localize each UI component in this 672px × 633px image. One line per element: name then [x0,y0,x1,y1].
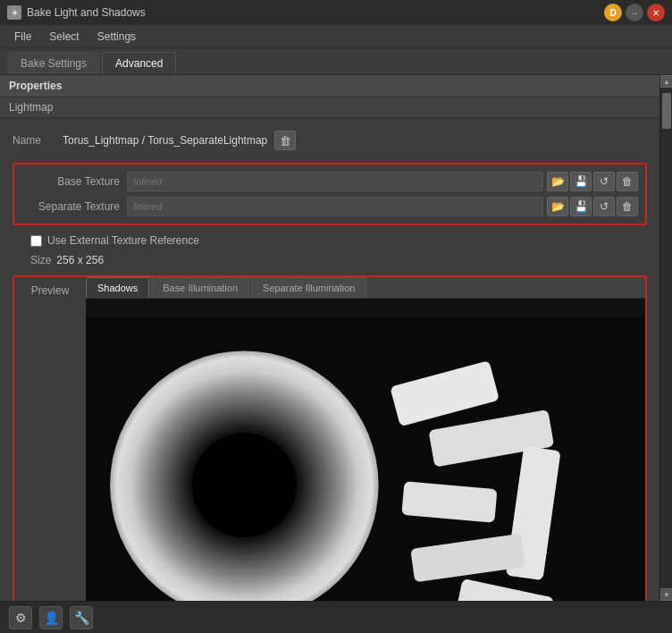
size-row: Size 256 x 256 [13,254,647,266]
status-tool-button[interactable]: 🔧 [70,606,93,629]
title-bar: ☀ Bake Light and Shadows D → ✕ [0,0,672,25]
separate-texture-row: Separate Texture 📂 💾 ↺ 🗑 [21,197,638,216]
d-button[interactable]: D [604,4,622,21]
base-texture-folder-button[interactable]: 📂 [547,172,568,191]
external-texture-label[interactable]: Use External Texture Reference [47,234,199,247]
main-content: Properties Lightmap Name Torus_Lightmap … [0,75,672,601]
preview-svg [86,299,645,601]
separate-texture-save-button[interactable]: 💾 [570,197,592,216]
tab-base-illumination[interactable]: Base Illumination [151,277,249,298]
window-controls: D → ✕ [604,4,665,21]
size-value: 256 x 256 [56,254,104,266]
separate-texture-folder-button[interactable]: 📂 [547,197,568,216]
separate-texture-input[interactable] [127,197,543,216]
scrollbar-thumb[interactable] [662,93,671,129]
menu-bar: File Select Settings [0,25,672,48]
separate-texture-buttons: 📂 💾 ↺ 🗑 [547,197,638,216]
name-value: Torus_Lightmap / Torus_SeparateLightmap [63,134,267,147]
preview-label: Preview [14,277,86,304]
size-label: Size [30,254,51,266]
scrollbar-up-button[interactable]: ▲ [660,75,672,88]
tabs-row: Bake Settings Advanced [0,48,672,75]
preview-group: Preview Shadows Base Illumination Separa… [13,275,647,601]
preview-label-row: Preview Shadows Base Illumination Separa… [14,277,645,601]
tab-shadows[interactable]: Shadows [86,277,149,298]
arrow-button[interactable]: → [626,4,643,21]
preview-tabs: Shadows Base Illumination Separate Illum… [86,277,645,299]
base-texture-label: Base Texture [21,175,120,188]
menu-settings[interactable]: Settings [88,28,145,46]
app-icon: ☀ [7,5,21,20]
close-button[interactable]: ✕ [647,4,665,21]
separate-texture-label: Separate Texture [21,200,120,213]
separate-texture-refresh-button[interactable]: ↺ [593,197,615,216]
base-texture-save-button[interactable]: 💾 [570,172,592,191]
base-texture-refresh-button[interactable]: ↺ [593,172,615,191]
tab-bake-settings[interactable]: Bake Settings [7,52,100,74]
tab-separate-illumination[interactable]: Separate Illumination [251,277,366,298]
external-texture-checkbox[interactable] [30,235,42,247]
lightmap-header: Lightmap [0,97,659,118]
texture-group: Base Texture 📂 💾 ↺ 🗑 Separate Texture 📂 [13,163,647,225]
status-user-button[interactable]: 👤 [39,606,63,629]
status-bar: ⚙ 👤 🔧 [0,601,672,633]
preview-image [86,299,645,601]
menu-file[interactable]: File [5,28,40,46]
name-label: Name [13,134,57,147]
window-title: Bake Light and Shadows [27,6,604,19]
scrollbar[interactable]: ▲ ▼ [659,75,672,601]
menu-select[interactable]: Select [40,28,88,46]
name-row: Name Torus_Lightmap / Torus_SeparateLigh… [13,127,647,154]
scrollbar-down-button[interactable]: ▼ [660,588,672,601]
base-texture-row: Base Texture 📂 💾 ↺ 🗑 [21,172,638,191]
base-texture-delete-button[interactable]: 🗑 [617,172,638,191]
base-texture-input[interactable] [127,172,543,191]
preview-right: Shadows Base Illumination Separate Illum… [86,277,645,601]
properties-panel: Properties Lightmap Name Torus_Lightmap … [0,75,659,601]
external-texture-row: Use External Texture Reference [13,234,647,247]
properties-header: Properties [0,75,659,97]
base-texture-buttons: 📂 💾 ↺ 🗑 [547,172,638,191]
status-settings-button[interactable]: ⚙ [9,606,32,629]
svg-point-2 [192,433,297,537]
name-delete-button[interactable]: 🗑 [274,131,296,150]
properties-content: Name Torus_Lightmap / Torus_SeparateLigh… [0,118,659,601]
tab-advanced[interactable]: Advanced [102,52,176,74]
separate-texture-delete-button[interactable]: 🗑 [617,197,638,216]
